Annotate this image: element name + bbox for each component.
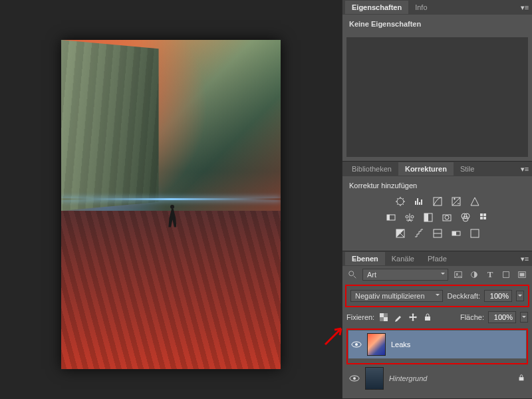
adjustments-tabbar: Bibliotheken Korrekturen Stile ▾≡	[342, 162, 532, 176]
layers-search-bar: Art T	[342, 266, 532, 283]
blend-mode-dropdown[interactable]: Negativ multiplizieren	[350, 290, 443, 302]
svg-point-38	[353, 377, 356, 380]
svg-rect-17	[483, 217, 486, 219]
adjustments-panel: Bibliotheken Korrekturen Stile ▾≡ Korrek…	[342, 162, 532, 251]
svg-point-23	[349, 271, 354, 276]
tab-kanaele[interactable]: Kanäle	[385, 252, 421, 265]
svg-rect-31	[384, 317, 388, 321]
color-balance-icon[interactable]	[404, 212, 416, 223]
properties-panel: Eigenschaften Info ▾≡ Keine Eigenschafte…	[342, 0, 532, 162]
brightness-contrast-icon[interactable]	[394, 196, 406, 207]
lock-paint-icon[interactable]	[393, 312, 404, 323]
posterize-icon[interactable]	[413, 228, 425, 239]
fill-label: Fläche:	[460, 313, 484, 321]
tab-pfade[interactable]: Pfade	[421, 252, 454, 265]
visibility-toggle-icon[interactable]	[351, 339, 362, 350]
properties-tabbar: Eigenschaften Info ▾≡	[342, 0, 532, 15]
tab-stile[interactable]: Stile	[454, 162, 481, 176]
filter-smart-icon[interactable]	[516, 269, 528, 281]
threshold-icon[interactable]	[432, 228, 444, 239]
right-panels: Eigenschaften Info ▾≡ Keine Eigenschafte…	[342, 0, 532, 399]
svg-rect-22	[471, 229, 479, 237]
bw-icon[interactable]	[422, 212, 434, 223]
filter-shape-icon[interactable]	[500, 269, 512, 281]
svg-rect-39	[519, 377, 524, 380]
properties-body: Keine Eigenschaften	[342, 15, 532, 33]
svg-rect-27	[503, 272, 509, 278]
lock-all-icon[interactable]	[422, 312, 433, 323]
filter-adjust-icon[interactable]	[468, 269, 480, 281]
fill-dropdown-arrow[interactable]	[520, 312, 528, 323]
opacity-dropdown-arrow[interactable]	[516, 291, 524, 301]
photo-filter-icon[interactable]	[441, 212, 453, 223]
filter-type-icon[interactable]: T	[484, 269, 496, 281]
panel-menu-icon[interactable]: ▾≡	[520, 3, 529, 12]
blend-opacity-row: Negativ multiplizieren Deckkraft: 100%	[346, 287, 528, 305]
svg-rect-30	[380, 313, 384, 317]
layer-name[interactable]: Hintergrund	[389, 374, 427, 382]
adjustments-body: Korrektur hinzufügen	[342, 176, 532, 251]
svg-rect-16	[480, 217, 483, 219]
levels-icon[interactable]	[413, 196, 425, 207]
svg-rect-4	[387, 215, 390, 220]
panel-menu-icon[interactable]: ▾≡	[520, 255, 529, 263]
svg-rect-14	[480, 213, 483, 216]
layer-list: Leaks Hintergrund	[342, 326, 532, 399]
properties-empty-area	[346, 37, 528, 157]
lock-fill-row: Fixieren: Fläche: 100%	[342, 309, 532, 326]
opacity-input[interactable]: 100%	[484, 290, 512, 302]
selective-color-icon[interactable]	[469, 228, 481, 239]
layer-leaks[interactable]: Leaks	[348, 331, 526, 358]
svg-rect-1	[434, 198, 442, 205]
svg-point-5	[406, 215, 408, 218]
hue-sat-icon[interactable]	[385, 212, 397, 223]
svg-rect-34	[425, 317, 430, 321]
svg-point-6	[411, 215, 414, 218]
tab-info[interactable]: Info	[408, 1, 434, 14]
svg-rect-33	[380, 317, 384, 321]
svg-rect-29	[520, 273, 525, 276]
search-icon[interactable]	[346, 269, 358, 281]
svg-point-10	[445, 215, 449, 219]
layer-filter-type-dropdown[interactable]: Art	[362, 269, 448, 281]
svg-rect-15	[483, 213, 486, 216]
tab-ebenen[interactable]: Ebenen	[345, 252, 385, 265]
canvas-area	[0, 0, 342, 399]
opacity-label: Deckkraft:	[447, 292, 480, 300]
svg-rect-8	[424, 213, 428, 221]
svg-point-25	[456, 273, 458, 275]
tab-eigenschaften[interactable]: Eigenschaften	[345, 1, 408, 14]
panel-menu-icon[interactable]: ▾≡	[520, 165, 529, 174]
svg-rect-32	[384, 313, 388, 317]
tab-bibliotheken[interactable]: Bibliotheken	[345, 162, 398, 176]
layers-tabbar: Ebenen Kanäle Pfade ▾≡	[342, 251, 532, 266]
adjustments-icons	[349, 194, 525, 245]
fill-input[interactable]: 100%	[488, 311, 516, 323]
layer-thumbnail[interactable]	[367, 333, 386, 356]
layer-name[interactable]: Leaks	[391, 340, 410, 348]
color-lookup-icon[interactable]	[478, 212, 490, 223]
lock-label: Fixieren:	[346, 313, 374, 321]
svg-point-36	[355, 343, 358, 346]
layer-hintergrund[interactable]: Hintergrund	[346, 364, 528, 392]
layers-panel: Ebenen Kanäle Pfade ▾≡ Art T Negativ mul…	[342, 251, 532, 399]
lock-move-icon[interactable]	[408, 312, 418, 323]
gradient-map-icon[interactable]	[450, 228, 462, 239]
adjustments-header: Korrektur hinzufügen	[349, 182, 525, 190]
image-preview	[61, 40, 281, 369]
curves-icon[interactable]	[432, 196, 444, 207]
svg-rect-21	[452, 231, 456, 235]
visibility-toggle-icon[interactable]	[349, 373, 360, 384]
filter-image-icon[interactable]	[452, 269, 464, 281]
invert-icon[interactable]	[394, 228, 406, 239]
exposure-icon[interactable]	[450, 196, 462, 207]
lock-transparent-icon[interactable]	[378, 312, 389, 323]
layer-thumbnail[interactable]	[365, 367, 384, 390]
lock-icon	[517, 374, 525, 383]
properties-message: Keine Eigenschaften	[349, 20, 525, 28]
vibrance-icon[interactable]	[469, 196, 481, 207]
tab-korrekturen[interactable]: Korrekturen	[398, 162, 454, 176]
channel-mixer-icon[interactable]	[460, 212, 471, 223]
